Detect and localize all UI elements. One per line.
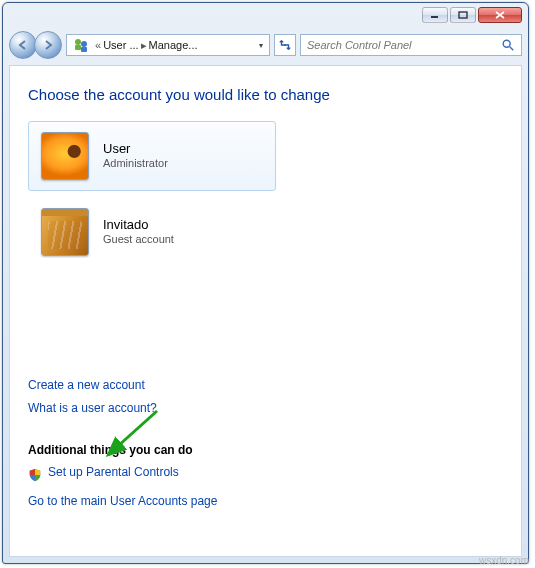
page-title: Choose the account you would like to cha… (28, 86, 503, 103)
close-icon (495, 11, 505, 19)
back-arrow-icon (17, 39, 29, 51)
account-card-user[interactable]: User Administrator (28, 121, 276, 191)
minimize-icon (430, 11, 440, 19)
account-info: Invitado Guest account (103, 217, 174, 247)
avatar (41, 132, 89, 180)
svg-rect-1 (459, 12, 467, 18)
additional-heading: Additional things you can do (28, 443, 503, 457)
control-panel-window: « User ... ▸ Manage... ▾ Choose the acc (2, 2, 529, 564)
maximize-icon (458, 11, 468, 19)
maximize-button[interactable] (450, 7, 476, 23)
forward-button[interactable] (34, 31, 62, 59)
account-role: Guest account (103, 233, 174, 247)
account-role: Administrator (103, 157, 168, 171)
svg-rect-4 (75, 45, 81, 50)
back-button[interactable] (9, 31, 37, 59)
account-card-guest[interactable]: Invitado Guest account (28, 197, 276, 267)
svg-line-7 (510, 47, 514, 51)
parental-controls-link[interactable]: Set up Parental Controls (48, 465, 179, 479)
avatar (41, 208, 89, 256)
breadcrumb-sep-icon: « (95, 39, 101, 51)
content-inner: Choose the account you would like to cha… (10, 66, 521, 528)
breadcrumb-arrow-icon: ▸ (141, 39, 147, 52)
svg-rect-5 (81, 47, 87, 52)
titlebar (3, 3, 528, 29)
create-account-link[interactable]: Create a new account (28, 378, 145, 392)
watermark: wsxdn.com (479, 555, 529, 566)
shield-icon (28, 468, 42, 482)
breadcrumb-item[interactable]: Manage... (149, 39, 198, 51)
user-accounts-icon (73, 37, 89, 53)
refresh-button[interactable] (274, 34, 296, 56)
svg-point-6 (503, 40, 510, 47)
account-name: Invitado (103, 217, 174, 233)
content-pane: Choose the account you would like to cha… (9, 65, 522, 557)
svg-point-2 (75, 39, 81, 45)
refresh-icon (278, 38, 292, 52)
search-input[interactable] (307, 39, 501, 51)
minimize-button[interactable] (422, 7, 448, 23)
account-info: User Administrator (103, 141, 168, 171)
navbar: « User ... ▸ Manage... ▾ (3, 29, 528, 61)
forward-arrow-icon (42, 39, 54, 51)
address-dropdown-icon[interactable]: ▾ (255, 41, 267, 50)
nav-buttons (9, 31, 62, 59)
main-accounts-link[interactable]: Go to the main User Accounts page (28, 494, 217, 508)
svg-point-3 (81, 41, 87, 47)
account-name: User (103, 141, 168, 157)
what-is-account-link[interactable]: What is a user account? (28, 401, 157, 415)
svg-rect-0 (431, 16, 438, 18)
search-box[interactable] (300, 34, 522, 56)
account-list: User Administrator Invitado Guest accoun… (28, 121, 503, 267)
parental-controls-row: Set up Parental Controls (28, 465, 503, 485)
search-icon (501, 38, 515, 52)
address-bar[interactable]: « User ... ▸ Manage... ▾ (66, 34, 270, 56)
breadcrumb-item[interactable]: User ... (103, 39, 138, 51)
primary-links: Create a new account What is a user acco… (28, 375, 503, 421)
close-button[interactable] (478, 7, 522, 23)
additional-section: Additional things you can do Set up Pare… (28, 443, 503, 514)
